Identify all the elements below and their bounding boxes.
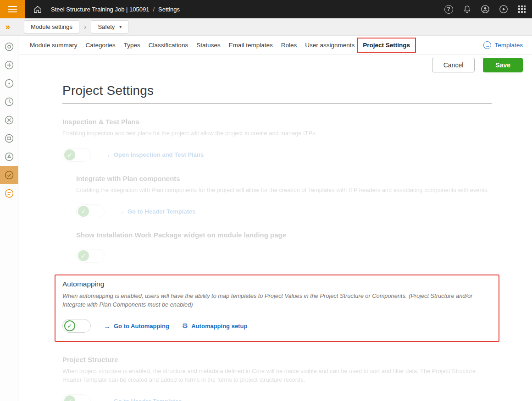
help-icon: ? xyxy=(444,5,453,14)
tab-module-summary[interactable]: Module summary xyxy=(26,42,82,49)
sidebar-module-icon-5[interactable] xyxy=(0,111,18,129)
integrate-toggle[interactable]: ✓ xyxy=(76,204,105,218)
module-settings-button[interactable]: Module settings xyxy=(24,20,79,33)
caret-down-icon: ▾ xyxy=(119,24,122,29)
module-settings-bar: » Module settings › Safety ▾ xyxy=(0,18,532,36)
section-title: Integrate with Plan components xyxy=(76,175,492,182)
section-description: Enabling inspection and test plans for t… xyxy=(62,129,492,138)
sidebar-module-icon-7[interactable] xyxy=(0,148,18,166)
home-button[interactable] xyxy=(28,0,47,18)
breadcrumb-page: Settings xyxy=(158,6,180,13)
section-description: Enabling the integration with Plan compo… xyxy=(76,186,492,195)
tab-types[interactable]: Types xyxy=(120,42,144,49)
bell-icon xyxy=(463,5,471,13)
tab-categories[interactable]: Categories xyxy=(82,42,120,49)
tab-statuses[interactable]: Statuses xyxy=(192,42,225,49)
module-dropdown[interactable]: Safety ▾ xyxy=(91,20,128,33)
sidebar-module-icon-4[interactable] xyxy=(0,93,18,111)
notifications-button[interactable] xyxy=(458,0,476,18)
page-title: Project Settings xyxy=(62,83,492,98)
ps-header-templates-link[interactable]: → Go to Header Templates xyxy=(104,397,182,401)
main-panel: Module summary Categories Types Classifi… xyxy=(19,36,532,401)
link-label: Automapping setup xyxy=(191,323,247,330)
link-label: Go to Header Templates xyxy=(114,398,182,401)
title-divider xyxy=(62,104,492,104)
chevron-right-icon: › xyxy=(84,23,86,31)
check-icon: ✓ xyxy=(78,250,89,261)
annotation-box-automapping: Automapping When automapping is enabled,… xyxy=(55,275,499,342)
link-label: Go to Header Templates xyxy=(127,208,196,215)
top-bar: Steel Structure Training Job | 105091 / … xyxy=(0,0,532,18)
apps-grid-icon xyxy=(518,5,526,13)
arrow-right-icon: → xyxy=(104,322,111,330)
tab-email-templates[interactable]: Email templates xyxy=(225,42,277,49)
breadcrumb-separator: / xyxy=(153,6,155,13)
arrow-right-icon: → xyxy=(117,208,124,215)
settings-tab-bar: Module summary Categories Types Classifi… xyxy=(19,36,532,55)
help-button[interactable]: ? xyxy=(439,0,458,18)
templates-link-label: Templates xyxy=(494,42,523,49)
hamburger-menu-button[interactable] xyxy=(0,0,25,18)
section-automapping: Automapping When automapping is enabled,… xyxy=(62,280,492,333)
section-title: Automapping xyxy=(62,280,492,288)
section-project-structure: Project Structure When project structure… xyxy=(62,356,492,401)
module-dropdown-value: Safety xyxy=(98,23,115,30)
module-sidebar xyxy=(0,36,18,401)
tab-project-settings-label: Project Settings xyxy=(363,42,410,49)
templates-link[interactable]: → Templates xyxy=(483,41,523,49)
apps-button[interactable] xyxy=(513,0,531,18)
sidebar-module-icon-8-active[interactable] xyxy=(0,166,18,184)
breadcrumb-project[interactable]: Steel Structure Training Job | 105091 xyxy=(51,6,149,13)
itp-toggle[interactable]: ✓ xyxy=(62,148,91,162)
expand-sidebar-icon[interactable]: » xyxy=(6,22,18,32)
user-icon xyxy=(481,5,490,14)
play-circle-icon xyxy=(499,5,508,14)
subsection-iwp-widget: Show Installation Work Package widget on… xyxy=(76,231,492,263)
arrow-right-icon: → xyxy=(104,151,111,159)
check-icon: ✓ xyxy=(64,149,75,160)
cancel-button[interactable]: Cancel xyxy=(432,58,475,72)
project-settings-content: Project Settings Inspection & Test Plans… xyxy=(19,75,532,401)
support-button[interactable] xyxy=(494,0,513,18)
action-bar: Cancel Save xyxy=(19,55,532,75)
section-title: Project Structure xyxy=(62,356,492,363)
automapping-setup-link[interactable]: ⚙ Automapping setup xyxy=(182,322,248,330)
account-button[interactable] xyxy=(476,0,494,18)
open-itp-link[interactable]: → Open Inspection and Test Plans xyxy=(104,151,204,159)
save-button[interactable]: Save xyxy=(483,58,523,72)
tab-user-assignments[interactable]: User assignments xyxy=(301,42,359,49)
automapping-toggle[interactable]: ✓ xyxy=(62,319,91,333)
section-description: When automapping is enabled, users will … xyxy=(62,292,492,309)
iwp-widget-toggle[interactable]: ✓ xyxy=(76,249,105,263)
link-label: Go to Automapping xyxy=(114,323,169,330)
link-label: Open Inspection and Test Plans xyxy=(114,151,204,158)
arrow-circle-icon: → xyxy=(483,41,491,49)
section-description: When project structure is enabled, the s… xyxy=(62,367,492,384)
section-title: Show Installation Work Package widget on… xyxy=(76,231,492,239)
tab-project-settings[interactable]: Project Settings xyxy=(359,42,414,49)
sidebar-module-icon-2[interactable] xyxy=(0,56,18,74)
home-icon xyxy=(33,5,42,13)
check-icon: ✓ xyxy=(64,320,75,331)
sidebar-module-icon-9[interactable] xyxy=(0,184,18,203)
go-to-header-templates-link[interactable]: → Go to Header Templates xyxy=(117,208,196,215)
check-icon: ✓ xyxy=(78,206,89,217)
breadcrumb: Steel Structure Training Job | 105091 / … xyxy=(51,6,180,13)
section-inspection-test-plans: Inspection & Test Plans Enabling inspect… xyxy=(62,118,492,263)
sidebar-module-icon-1[interactable] xyxy=(0,38,18,56)
sidebar-module-icon-3[interactable] xyxy=(0,74,18,93)
tab-classifications[interactable]: Classifications xyxy=(144,42,192,49)
section-title: Inspection & Test Plans xyxy=(62,118,492,126)
go-to-automapping-link[interactable]: → Go to Automapping xyxy=(104,322,169,330)
arrow-right-icon: → xyxy=(104,397,111,401)
project-structure-toggle[interactable]: ✓ xyxy=(62,394,91,401)
gear-icon: ⚙ xyxy=(182,322,188,330)
sidebar-module-icon-6[interactable] xyxy=(0,129,18,148)
subsection-integrate-plan-components: Integrate with Plan components Enabling … xyxy=(76,175,492,219)
tab-roles[interactable]: Roles xyxy=(277,42,301,49)
topbar-icon-group: ? xyxy=(439,0,531,18)
check-icon: ✓ xyxy=(64,396,75,401)
